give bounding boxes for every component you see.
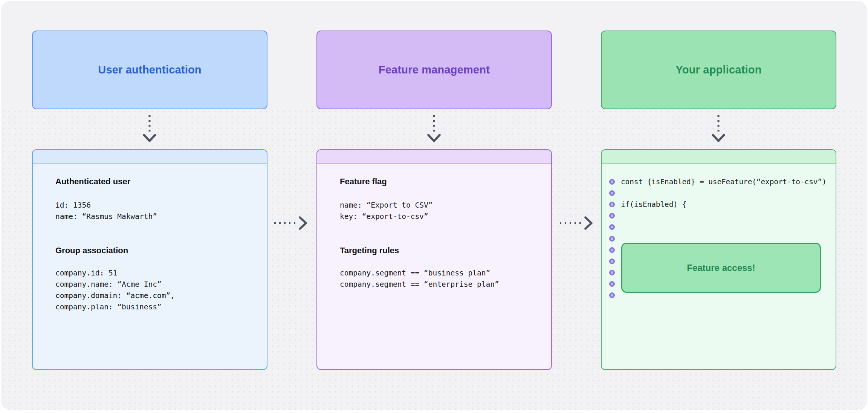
user-authentication-box: User authentication — [32, 31, 267, 109]
down-arrow-icon — [141, 114, 159, 145]
section-heading: Group association — [55, 245, 245, 256]
line-bullet-icon — [609, 281, 615, 287]
line-bullet-icon — [609, 270, 615, 275]
feature-access-label: Feature access! — [687, 263, 755, 273]
section-heading: Authenticated user — [55, 176, 245, 187]
code-line: company.domain: “acme.com”, — [55, 290, 245, 301]
authenticated-user-card: Authenticated user id: 1356 name: “Rasmu… — [32, 149, 267, 370]
down-arrow-icon — [425, 114, 443, 145]
line-bullet-icon — [609, 247, 615, 253]
line-bullet-icon — [609, 190, 615, 196]
feature-management-box: Feature management — [316, 31, 552, 109]
line-bullet-icon — [609, 259, 615, 264]
code-line: company.id: 51 — [55, 268, 245, 279]
line-bullet-icon — [609, 202, 615, 207]
code-line: company.segment == “enterprise plan” — [340, 279, 529, 290]
line-bullet-icon — [609, 213, 615, 219]
your-application-box: Your application — [601, 31, 836, 109]
code-line: const {isEnabled} = useFeature(“export-t… — [621, 177, 827, 186]
card-header-strip — [602, 150, 836, 164]
right-arrow-icon — [271, 214, 310, 232]
your-application-title: Your application — [675, 64, 761, 76]
code-line: name: “Export to CSV” — [340, 200, 529, 211]
line-bullet-icon — [609, 179, 615, 185]
code-line: if(isEnabled) { — [621, 200, 686, 209]
right-arrow-icon — [557, 214, 596, 232]
section-heading: Targeting rules — [340, 245, 529, 256]
diagram-canvas: User authentication Feature management Y… — [1, 1, 867, 410]
feature-management-title: Feature management — [379, 64, 490, 76]
card-header-strip — [317, 150, 551, 164]
application-code-card: const {isEnabled} = useFeature(“export-t… — [601, 149, 836, 370]
code-line: name: “Rasmus Makwarth” — [55, 211, 245, 222]
code-line: company.name: “Acme Inc” — [55, 279, 245, 290]
section-heading: Feature flag — [340, 176, 529, 187]
feature-access-button: Feature access! — [621, 243, 821, 293]
code-line: key: “export-to-csv” — [340, 211, 529, 222]
code-line: id: 1356 — [55, 200, 245, 211]
feature-flag-card: Feature flag name: “Export to CSV” key: … — [316, 149, 552, 370]
line-bullet-icon — [609, 224, 615, 230]
line-bullet-icon — [609, 292, 615, 298]
line-bullet-icon — [609, 236, 615, 242]
code-line: company.segment == “business plan” — [340, 268, 529, 279]
code-line: company.plan: “business” — [55, 301, 245, 313]
down-arrow-icon — [709, 114, 727, 145]
card-header-strip — [33, 150, 267, 164]
user-authentication-title: User authentication — [98, 64, 202, 76]
